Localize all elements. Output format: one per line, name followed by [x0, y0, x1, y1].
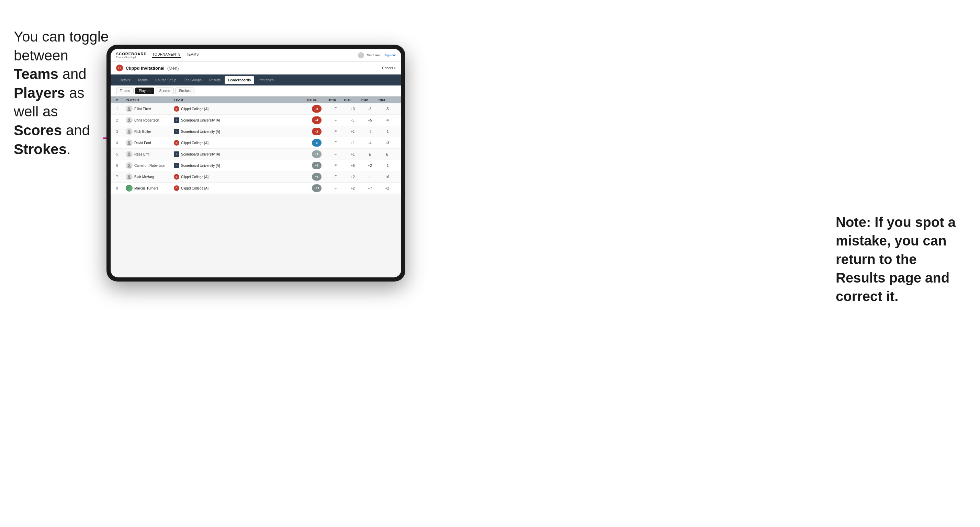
- tournament-logo-icon: C: [116, 65, 123, 71]
- table-row: 7 Blair McHarg C Clippd College [A] +8 F…: [111, 171, 401, 183]
- table-row: 3 Rich Butler ≡ Scoreboard University [A…: [111, 126, 401, 137]
- total-score: E: [312, 139, 321, 147]
- tab-results[interactable]: Results: [206, 76, 224, 84]
- thru-val: F: [327, 175, 344, 179]
- player-name: Rees Britt: [134, 152, 150, 156]
- tab-teams[interactable]: Teams: [134, 76, 151, 84]
- table-row: 5 Rees Britt ≡ Scoreboard University [A]…: [111, 149, 401, 160]
- nav-tournaments[interactable]: TOURNAMENTS: [152, 52, 181, 58]
- team-logo: C: [174, 140, 179, 146]
- scores-bold: Scores: [14, 122, 62, 138]
- sub-tab-strokes[interactable]: Strokes: [175, 87, 194, 94]
- col-num: #: [116, 98, 126, 102]
- teams-bold: Teams: [14, 66, 58, 82]
- note-label: Note: If you spot a mistake, you can ret…: [836, 214, 956, 304]
- rd2-val: +7: [361, 186, 379, 190]
- team-cell: ≡ Scoreboard University [A]: [174, 151, 242, 157]
- svg-point-3: [128, 130, 130, 132]
- left-annotation: You can toggle between Teams and Players…: [14, 27, 110, 159]
- svg-point-4: [128, 141, 130, 143]
- row-num: 4: [116, 141, 126, 145]
- row-num: 8: [116, 186, 126, 190]
- user-avatar: [358, 52, 364, 58]
- svg-point-5: [128, 152, 130, 154]
- nav-user: Test User | Sign out: [358, 52, 396, 58]
- strokes-bold: Strokes: [14, 141, 67, 157]
- tournament-name: Clippd Invitational: [126, 65, 164, 71]
- player-name: Blair McHarg: [134, 175, 154, 179]
- players-bold: Players: [14, 85, 65, 101]
- logo-title: SCOREBOARD: [116, 52, 147, 56]
- team-name: Scoreboard University [A]: [181, 119, 220, 122]
- col-thru: THRU: [327, 98, 344, 102]
- rd1-val: +1: [344, 152, 361, 156]
- table-row: 6 Cameron Robertson ≡ Scoreboard Univers…: [111, 160, 401, 171]
- top-nav: SCOREBOARD Powered by clippd TOURNAMENTS…: [111, 49, 401, 62]
- tab-course-setup[interactable]: Course Setup: [152, 76, 180, 84]
- team-cell: ≡ Scoreboard University [A]: [174, 117, 242, 123]
- col-rd2: RD2: [361, 98, 379, 102]
- team-name: Clippd College [A]: [181, 175, 208, 179]
- tab-details[interactable]: Details: [116, 76, 134, 84]
- nav-teams[interactable]: TEAMS: [186, 52, 199, 58]
- table-row: 1 Elliot Ebert C Clippd College [A] -8 F…: [111, 103, 401, 115]
- tablet-device: SCOREBOARD Powered by clippd TOURNAMENTS…: [107, 44, 405, 281]
- rd2-val: +5: [361, 119, 379, 122]
- col-rd3: RD3: [379, 98, 396, 102]
- tab-printables[interactable]: Printables: [255, 76, 277, 84]
- rd3-val: -1: [379, 164, 396, 168]
- team-name: Clippd College [A]: [181, 141, 208, 145]
- tab-tee-groups[interactable]: Tee Groups: [180, 76, 205, 84]
- thru-val: F: [327, 186, 344, 190]
- sub-tab-teams[interactable]: Teams: [116, 87, 134, 94]
- team-name: Scoreboard University [A]: [181, 130, 220, 133]
- rd2-val: -2: [361, 130, 379, 133]
- sub-tab-players[interactable]: Players: [135, 87, 154, 94]
- sign-out-link[interactable]: Sign out: [384, 54, 396, 57]
- table-row: 4 David Ford C Clippd College [A] E F +1…: [111, 137, 401, 149]
- player-avatar: [126, 185, 133, 192]
- col-spacer: [242, 98, 306, 102]
- thru-val: F: [327, 164, 344, 168]
- rd2-val: E: [361, 152, 379, 156]
- rd1-val: +2: [344, 175, 361, 179]
- nav-links: TOURNAMENTS TEAMS: [152, 52, 358, 58]
- table-row: 8 Marcus Turners C Clippd College [A] +1…: [111, 183, 401, 194]
- team-name: Clippd College [A]: [181, 186, 208, 190]
- tab-leaderboards[interactable]: Leaderboards: [225, 76, 254, 84]
- right-annotation: Note: If you spot a mistake, you can ret…: [836, 213, 966, 306]
- row-num: 2: [116, 119, 126, 122]
- player-avatar: [126, 117, 133, 124]
- col-rd1: RD1: [344, 98, 361, 102]
- row-num: 5: [116, 152, 126, 156]
- rd3-val: +3: [379, 141, 396, 145]
- team-name: Clippd College [A]: [181, 107, 208, 111]
- player-name: Marcus Turners: [134, 186, 158, 190]
- col-team: TEAM: [174, 98, 242, 102]
- logo-sub: Powered by clippd: [116, 56, 147, 58]
- tournament-gender: (Men): [167, 65, 179, 71]
- col-total: TOTAL: [306, 98, 327, 102]
- player-cell: Blair McHarg: [126, 173, 174, 180]
- team-logo: ≡: [174, 129, 179, 134]
- total-score: +8: [312, 173, 321, 181]
- sub-tab-scores[interactable]: Scores: [156, 87, 174, 94]
- team-cell: C Clippd College [A]: [174, 106, 242, 111]
- total-score: -4: [312, 116, 321, 124]
- total-score: +1: [312, 150, 321, 158]
- tournament-header: C Clippd Invitational (Men) Cancel ×: [111, 62, 401, 75]
- row-num: 7: [116, 175, 126, 179]
- total-score: -2: [312, 128, 321, 135]
- thru-val: F: [327, 107, 344, 111]
- player-name: Elliot Ebert: [134, 107, 151, 111]
- rd2-val: +2: [361, 164, 379, 168]
- total-score: +6: [312, 162, 321, 169]
- rd2-val: -6: [361, 107, 379, 111]
- thru-val: F: [327, 152, 344, 156]
- player-cell: Rees Britt: [126, 151, 174, 157]
- player-name: Cameron Robertson: [134, 164, 165, 168]
- cancel-button[interactable]: Cancel ×: [382, 66, 396, 70]
- sub-tabs: Teams Players Scores Strokes: [111, 86, 401, 97]
- team-cell: ≡ Scoreboard University [A]: [174, 163, 242, 168]
- player-cell: David Ford: [126, 140, 174, 146]
